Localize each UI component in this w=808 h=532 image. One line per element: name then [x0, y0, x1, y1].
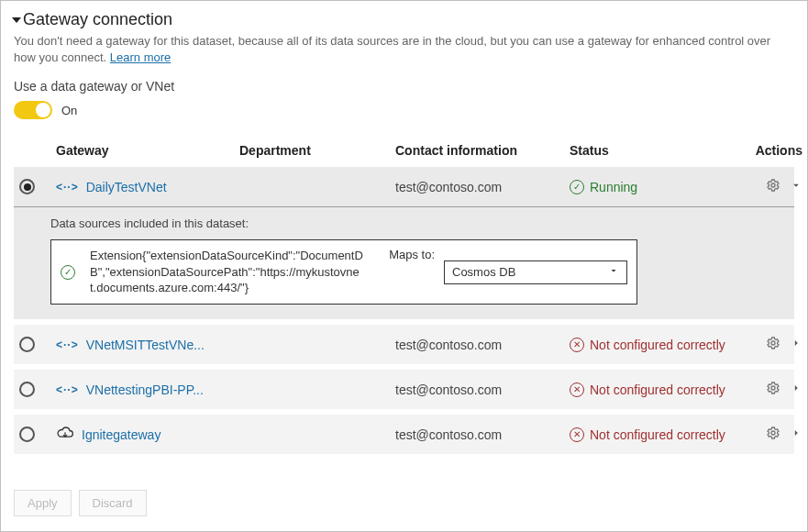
gateway-status: ✓ Running [570, 180, 753, 194]
check-circle-icon: ✓ [570, 180, 584, 194]
svg-point-2 [771, 386, 775, 390]
col-department: Department [239, 143, 395, 158]
gateway-block: <··> DailyTestVNet test@contoso.com ✓ Ru… [14, 167, 794, 319]
x-circle-icon: ✕ [570, 382, 584, 397]
apply-button[interactable]: Apply [14, 490, 72, 516]
gateway-contact: test@contoso.com [395, 382, 570, 397]
dropdown-value: Cosmos DB [452, 265, 515, 279]
gateway-block: <··> VNettestingPBI-PP... test@contoso.c… [14, 370, 794, 409]
x-circle-icon: ✕ [570, 427, 584, 442]
gateway-block: Ignitegateway test@contoso.com ✕ Not con… [14, 415, 794, 454]
status-text: Not configured correctly [590, 338, 725, 352]
gateway-status: ✕ Not configured correctly [570, 382, 753, 397]
svg-point-0 [771, 183, 775, 187]
gateway-contact: test@contoso.com [395, 338, 570, 352]
vnet-icon: <··> [56, 181, 79, 194]
gateway-row: <··> DailyTestVNet test@contoso.com ✓ Ru… [14, 167, 794, 206]
gateway-table-header: Gateway Department Contact information S… [14, 130, 794, 167]
col-actions: Actions [753, 143, 808, 158]
gateway-row: <··> VNettestingPBI-PP... test@contoso.c… [14, 370, 794, 409]
gateway-radio[interactable] [19, 382, 35, 397]
datasource-text: Extension{"extensionDataSourceKind":"Doc… [90, 248, 363, 296]
x-circle-icon: ✕ [570, 338, 584, 352]
check-circle-icon: ✓ [61, 265, 75, 280]
gear-icon[interactable] [766, 426, 780, 443]
vnet-icon: <··> [56, 383, 79, 396]
maps-to-label: Maps to: [367, 248, 440, 261]
gateway-connection-panel: Gateway connection You don't need a gate… [0, 0, 808, 532]
gateway-contact: test@contoso.com [395, 427, 570, 442]
gateway-row: <··> VNetMSITTestVNe... test@contoso.com… [14, 325, 794, 364]
gateway-toggle[interactable] [14, 101, 52, 119]
gateway-name-link[interactable]: Ignitegateway [82, 427, 160, 442]
gateway-name-link[interactable]: VNetMSITTestVNe... [86, 338, 205, 352]
gear-icon[interactable] [766, 381, 780, 398]
collapse-caret-icon[interactable] [12, 17, 21, 23]
gateway-expand-panel: Data sources included in this dataset: ✓… [14, 206, 794, 319]
chevron-right-icon[interactable] [790, 427, 802, 442]
toggle-label: Use a data gateway or VNet [14, 79, 794, 94]
learn-more-link[interactable]: Learn more [110, 50, 171, 64]
discard-button[interactable]: Discard [79, 490, 147, 516]
chevron-right-icon[interactable] [790, 382, 802, 397]
maps-to-dropdown[interactable]: Cosmos DB [444, 260, 627, 284]
svg-point-1 [771, 341, 775, 345]
gateway-status: ✕ Not configured correctly [570, 427, 753, 442]
col-status: Status [570, 143, 753, 158]
cloud-gateway-icon [56, 426, 74, 443]
status-text: Not configured correctly [590, 382, 725, 397]
gateway-block: <··> VNetMSITTestVNe... test@contoso.com… [14, 325, 794, 364]
col-contact: Contact information [395, 143, 570, 158]
gateway-contact: test@contoso.com [395, 180, 570, 194]
chevron-down-icon[interactable] [790, 179, 802, 194]
chevron-down-icon [608, 265, 619, 279]
gateway-row: Ignitegateway test@contoso.com ✕ Not con… [14, 415, 794, 454]
datasources-title: Data sources included in this dataset: [50, 216, 794, 230]
gateway-radio[interactable] [19, 337, 35, 352]
chevron-right-icon[interactable] [790, 337, 802, 352]
gateway-status: ✕ Not configured correctly [570, 338, 753, 352]
section-description: You don't need a gateway for this datase… [14, 33, 794, 66]
datasource-box: ✓ Extension{"extensionDataSourceKind":"D… [50, 239, 637, 305]
button-row: Apply Discard [14, 490, 147, 516]
gateway-name-link[interactable]: DailyTestVNet [86, 180, 167, 194]
col-gateway: Gateway [56, 143, 239, 158]
vnet-icon: <··> [56, 338, 79, 351]
section-title: Gateway connection [23, 10, 172, 29]
gateway-radio[interactable] [19, 427, 35, 442]
section-header: Gateway connection [14, 10, 794, 29]
toggle-state-text: On [61, 104, 77, 117]
status-text: Running [590, 180, 637, 194]
gateway-name-link[interactable]: VNettestingPBI-PP... [86, 382, 204, 397]
gateway-radio[interactable] [19, 179, 35, 194]
status-text: Not configured correctly [590, 427, 725, 442]
svg-point-3 [771, 431, 775, 435]
gear-icon[interactable] [766, 178, 780, 195]
gear-icon[interactable] [766, 336, 780, 353]
